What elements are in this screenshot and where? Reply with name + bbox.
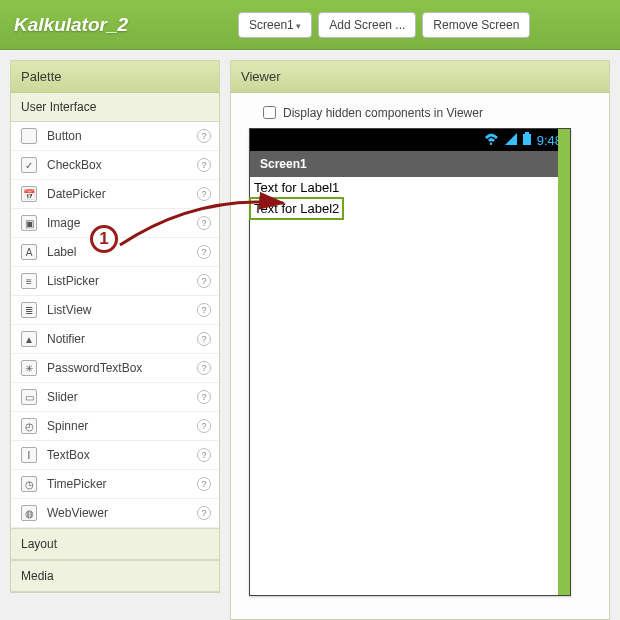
checkbox-icon: ✓ [21, 157, 37, 173]
listpicker-icon: ≡ [21, 273, 37, 289]
palette-item-notifier[interactable]: ▲Notifier? [11, 325, 219, 354]
palette-item-label: ListView [47, 303, 91, 317]
spinner-icon: ◴ [21, 418, 37, 434]
help-icon[interactable]: ? [197, 274, 211, 288]
palette-item-label: TextBox [47, 448, 90, 462]
screen-content[interactable]: Text for Label1 Text for Label2 [250, 177, 570, 219]
palette-item-label: Spinner [47, 419, 88, 433]
toolbar-buttons: Screen1 Add Screen ... Remove Screen [238, 12, 530, 38]
palette-item-checkbox[interactable]: ✓CheckBox? [11, 151, 219, 180]
palette-item-label: DatePicker [47, 187, 106, 201]
layout-category[interactable]: Layout [11, 528, 219, 560]
wifi-icon [484, 133, 499, 148]
palette-item-passwordtextbox[interactable]: ✳PasswordTextBox? [11, 354, 219, 383]
preview-label-1[interactable]: Text for Label1 [250, 177, 570, 198]
remove-screen-button[interactable]: Remove Screen [422, 12, 530, 38]
image-icon: ▣ [21, 215, 37, 231]
palette-item-label: Slider [47, 390, 78, 404]
display-hidden-checkbox[interactable] [263, 106, 276, 119]
help-icon[interactable]: ? [197, 332, 211, 346]
help-icon[interactable]: ? [197, 477, 211, 491]
webviewer-icon: ◍ [21, 505, 37, 521]
help-icon[interactable]: ? [197, 419, 211, 433]
top-toolbar: Kalkulator_2 Screen1 Add Screen ... Remo… [0, 0, 620, 50]
screen-title: Screen1 [250, 151, 570, 177]
palette-item-label[interactable]: ALabel? [11, 238, 219, 267]
palette-item-slider[interactable]: ▭Slider? [11, 383, 219, 412]
media-category[interactable]: Media [11, 560, 219, 592]
status-bar: 9:48 [250, 129, 570, 151]
palette-item-label: Button [47, 129, 82, 143]
listview-icon: ≣ [21, 302, 37, 318]
palette-item-listview[interactable]: ≣ListView? [11, 296, 219, 325]
display-hidden-row[interactable]: Display hidden components in Viewer [259, 103, 591, 122]
palette-item-listpicker[interactable]: ≡ListPicker? [11, 267, 219, 296]
datepicker-icon: 📅 [21, 186, 37, 202]
help-icon[interactable]: ? [197, 158, 211, 172]
svg-rect-1 [523, 134, 531, 145]
palette-item-label: Notifier [47, 332, 85, 346]
palette-item-label: PasswordTextBox [47, 361, 142, 375]
display-hidden-label: Display hidden components in Viewer [283, 106, 483, 120]
palette-item-datepicker[interactable]: 📅DatePicker? [11, 180, 219, 209]
screen-dropdown[interactable]: Screen1 [238, 12, 312, 38]
palette-item-image[interactable]: ▣Image? [11, 209, 219, 238]
add-screen-button[interactable]: Add Screen ... [318, 12, 416, 38]
viewer-panel: Viewer Display hidden components in View… [230, 60, 610, 620]
palette-header: Palette [11, 61, 219, 93]
palette-item-spinner[interactable]: ◴Spinner? [11, 412, 219, 441]
timepicker-icon: ◷ [21, 476, 37, 492]
palette-item-textbox[interactable]: ITextBox? [11, 441, 219, 470]
help-icon[interactable]: ? [197, 506, 211, 520]
palette-item-webviewer[interactable]: ◍WebViewer? [11, 499, 219, 528]
help-icon[interactable]: ? [197, 361, 211, 375]
help-icon[interactable]: ? [197, 129, 211, 143]
slider-icon: ▭ [21, 389, 37, 405]
preview-label-2[interactable]: Text for Label2 [250, 198, 343, 219]
notifier-icon: ▲ [21, 331, 37, 347]
help-icon[interactable]: ? [197, 390, 211, 404]
signal-icon [505, 133, 517, 148]
svg-rect-0 [525, 132, 529, 134]
help-icon[interactable]: ? [197, 448, 211, 462]
help-icon[interactable]: ? [197, 303, 211, 317]
palette-item-label: TimePicker [47, 477, 107, 491]
user-interface-header[interactable]: User Interface [11, 93, 219, 122]
palette-item-list: Button?✓CheckBox?📅DatePicker?▣Image?ALab… [11, 122, 219, 528]
help-icon[interactable]: ? [197, 216, 211, 230]
palette-item-timepicker[interactable]: ◷TimePicker? [11, 470, 219, 499]
palette-item-label: ListPicker [47, 274, 99, 288]
help-icon[interactable]: ? [197, 245, 211, 259]
passwordtextbox-icon: ✳ [21, 360, 37, 376]
phone-preview: 9:48 Screen1 Text for Label1 Text for La… [249, 128, 571, 596]
textbox-icon: I [21, 447, 37, 463]
button-icon [21, 128, 37, 144]
palette-item-label: WebViewer [47, 506, 108, 520]
help-icon[interactable]: ? [197, 187, 211, 201]
palette-item-label: CheckBox [47, 158, 102, 172]
label-icon: A [21, 244, 37, 260]
palette-panel: Palette User Interface Button?✓CheckBox?… [10, 60, 220, 593]
palette-item-label: Image [47, 216, 80, 230]
app-title: Kalkulator_2 [14, 14, 128, 36]
battery-icon [523, 132, 531, 148]
palette-item-button[interactable]: Button? [11, 122, 219, 151]
viewer-header: Viewer [231, 61, 609, 93]
palette-item-label: Label [47, 245, 76, 259]
